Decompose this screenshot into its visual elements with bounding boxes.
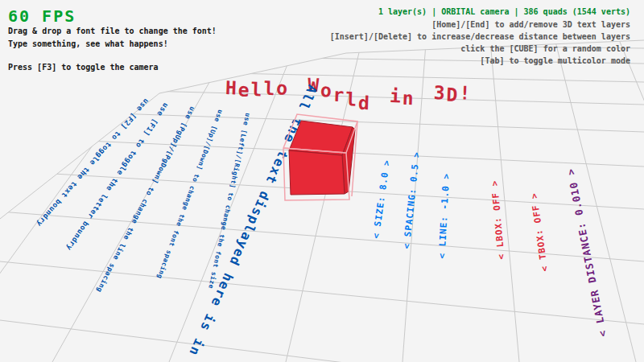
help-add-remove-layers: [Home]/[End] to add/remove 3D text layer… [431, 20, 630, 29]
render-stats: 1 layer(s) | ORBITAL camera | 386 quads … [378, 7, 630, 16]
hint-drag-drop-font: Drag & drop a font file to change the fo… [8, 27, 217, 35]
cube[interactable] [283, 114, 357, 200]
cube-layer [0, 0, 644, 362]
help-cube-random-color: click the [CUBE] for a random color [460, 44, 630, 53]
fps-counter: 60 FPS [8, 6, 76, 26]
help-layer-distance: [Insert]/[Delete] to increase/decrease d… [330, 32, 630, 41]
hint-type-something: Type something, see what happens! [8, 39, 168, 48]
help-multicolor-mode: [Tab] to toggle multicolor mode [480, 56, 630, 65]
app-window: Hello World in 3D! All the text displaye… [0, 0, 644, 362]
hint-toggle-camera: Press [F3] to toggle the camera [8, 63, 159, 72]
cube-top-face[interactable] [289, 121, 353, 155]
cube-front-face[interactable] [289, 150, 345, 195]
